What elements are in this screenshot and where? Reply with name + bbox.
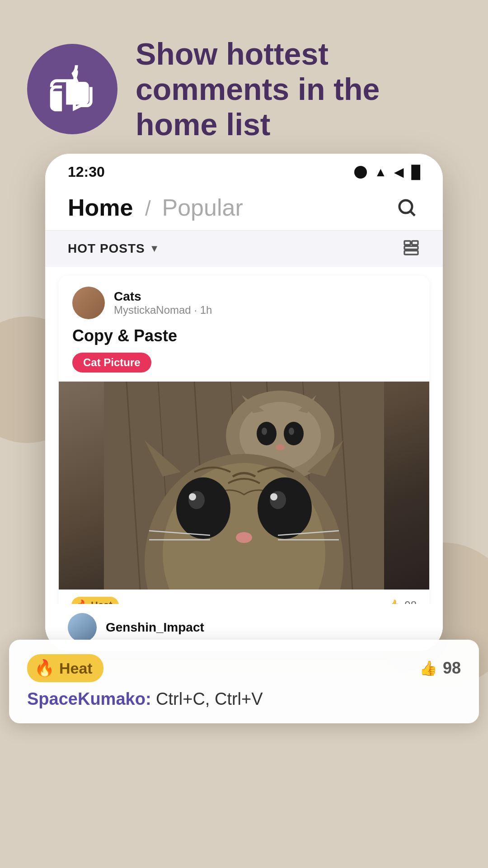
like-icon-large: 👍 [419,660,437,677]
filter-bar: HOT POSTS ▼ [45,230,443,267]
thumbs-up-icon [47,64,97,114]
heat-label-large: Heat [59,660,93,677]
svg-point-18 [257,422,277,445]
post-subreddit[interactable]: Cats [114,289,416,304]
floating-comment-content: Ctrl+C, Ctrl+V [156,689,263,708]
signal-icon: ◀ [394,165,404,179]
post-tag[interactable]: Cat Picture [72,353,151,373]
cat-image-svg [59,382,429,590]
svg-rect-4 [404,246,418,250]
post-user-time: MystickaNomad · 1h [114,304,416,316]
camera-dot [354,166,367,179]
svg-point-27 [176,477,230,539]
floating-comment-card: 🔥 Heat 👍 98 SpaceKumako: Ctrl+C, Ctrl+V [9,640,479,723]
phone-mockup: 12:30 ▲ ◀ █ Home / Popular HOT POSTS ▼ [45,154,443,651]
floating-comment-text: SpaceKumako: Ctrl+C, Ctrl+V [27,689,461,709]
svg-point-19 [284,422,304,445]
svg-rect-3 [412,241,418,245]
battery-icon: █ [411,165,420,179]
status-time: 12:30 [68,164,105,180]
header-section: Show hottest comments in the home list [0,0,488,160]
svg-point-20 [262,428,267,435]
floating-comment-user: SpaceKumako: [27,689,151,708]
home-label[interactable]: Home [68,194,133,221]
post-avatar [72,287,105,319]
nav-separator: / [145,197,157,220]
svg-point-22 [276,444,285,450]
svg-line-1 [411,212,415,216]
status-bar: 12:30 ▲ ◀ █ [45,154,443,185]
post-image [59,382,429,590]
fire-icon-large: 🔥 [34,659,55,678]
search-button[interactable] [393,194,420,221]
like-number-large: 98 [443,659,461,678]
post-meta: Cats MystickaNomad · 1h [114,289,416,316]
thumbs-up-icon-circle [27,44,117,134]
layout-toggle-button[interactable] [402,239,420,259]
like-count-large: 👍 98 [419,659,461,678]
dropdown-arrow-icon: ▼ [150,243,160,255]
layout-icon [402,239,420,257]
popular-label[interactable]: Popular [162,194,243,221]
svg-point-28 [258,477,312,539]
hot-posts-label: HOT POSTS [68,241,145,256]
svg-point-33 [236,532,252,543]
post-title: Copy & Paste [59,326,429,353]
svg-rect-2 [404,241,410,245]
svg-point-0 [399,200,412,213]
post-header: Cats MystickaNomad · 1h [59,276,429,326]
bottom-username[interactable]: Genshin_Impact [106,620,204,635]
post-card: Cats MystickaNomad · 1h Copy & Paste Cat… [59,276,429,651]
svg-point-32 [270,493,277,500]
nav-title: Home / Popular [68,194,243,221]
search-icon [396,197,418,218]
hot-posts-filter[interactable]: HOT POSTS ▼ [68,241,160,256]
wifi-icon: ▲ [374,165,387,179]
app-header: Home / Popular [45,185,443,230]
bottom-user-avatar [68,613,97,642]
feature-headline: Show hottest comments in the home list [136,36,461,142]
svg-point-31 [189,493,196,500]
svg-rect-5 [404,251,418,255]
svg-point-21 [289,428,294,435]
heat-badge-large: 🔥 Heat [27,654,103,682]
